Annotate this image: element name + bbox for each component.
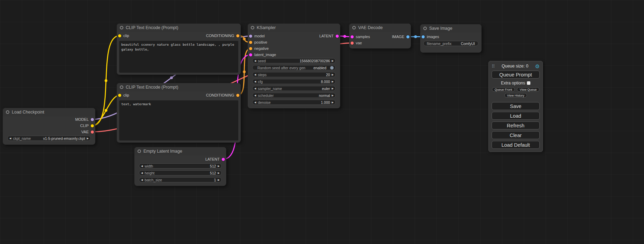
slot-row: model LATENT xyxy=(248,33,340,39)
increment-arrow-icon[interactable]: ▶ xyxy=(218,179,220,181)
load-default-button[interactable]: Load Default xyxy=(492,141,540,149)
slot-row: clip CONDITIONING xyxy=(117,91,241,99)
extra-options-checkbox[interactable] xyxy=(527,81,530,85)
widget-ckpt-name[interactable]: ◀ ckpt_name v1-5-pruned-emaonly.ckpt ▶ xyxy=(7,136,91,141)
latent-output-dot[interactable] xyxy=(336,35,339,38)
toggle-dot[interactable] xyxy=(330,66,334,70)
model-input-dot[interactable] xyxy=(249,35,252,38)
latent-output-dot[interactable] xyxy=(222,158,225,161)
decrement-arrow-icon[interactable]: ◀ xyxy=(254,80,256,83)
node-title: Save Image xyxy=(429,26,452,31)
widget-value: normal xyxy=(319,93,330,98)
view-queue-button[interactable]: View Queue xyxy=(517,87,539,92)
wire-clip-to-positive-midpoint-dot xyxy=(105,79,107,82)
next-arrow-icon[interactable]: ▶ xyxy=(87,137,89,139)
widget-value: 512 xyxy=(210,171,216,175)
prev-arrow-icon[interactable]: ◀ xyxy=(9,137,11,139)
node-title-bar[interactable]: VAE Decode xyxy=(349,24,411,32)
node-title-bar[interactable]: Empty Latent Image xyxy=(134,147,226,155)
clip-input-dot[interactable] xyxy=(118,94,121,97)
node-save-image[interactable]: Save Image images filename_prefix ComfyU… xyxy=(420,24,482,53)
node-title-bar[interactable]: Load Checkpoint xyxy=(3,108,95,116)
node-load-checkpoint[interactable]: Load Checkpoint MODEL CLIP VAE ◀ ckpt_na… xyxy=(3,108,95,145)
positive-prompt-textarea[interactable]: beautiful scenery nature glass bottle la… xyxy=(119,41,238,73)
widget-batch-size[interactable]: ◀ batch_size 1 ▶ xyxy=(139,177,222,182)
widget-value: 8.000 xyxy=(321,80,330,84)
clear-button[interactable]: Clear xyxy=(492,131,540,139)
refresh-button[interactable]: Refresh xyxy=(492,121,540,129)
widget-seed[interactable]: ◀ seed 156680208700286 ▶ xyxy=(252,58,336,63)
queue-prompt-button[interactable]: Queue Prompt xyxy=(492,71,540,79)
widget-name: scheduler xyxy=(258,93,274,98)
widget-value: v1-5-pruned-emaonly.ckpt xyxy=(43,136,85,141)
widget-scheduler[interactable]: ◀ scheduler normal ▶ xyxy=(252,93,336,98)
samples-input-dot[interactable] xyxy=(351,35,354,38)
model-output-dot[interactable] xyxy=(91,118,94,121)
slot-label-clip: CLIP xyxy=(80,124,89,128)
prev-arrow-icon[interactable]: ◀ xyxy=(254,87,256,90)
widget-sampler-name[interactable]: ◀ sampler_name euler ▶ xyxy=(252,86,336,91)
images-input-dot[interactable] xyxy=(422,35,425,38)
menu-header: ⠿ Queue size: 0 ⚙ xyxy=(492,63,540,70)
vae-output-dot[interactable] xyxy=(91,130,94,134)
widget-random-seed-toggle[interactable]: Random seed after every gen enabled xyxy=(252,65,336,70)
conditioning-output-dot[interactable] xyxy=(236,34,239,37)
conditioning-output-dot[interactable] xyxy=(236,94,239,97)
increment-arrow-icon[interactable]: ▶ xyxy=(332,80,334,83)
widget-height[interactable]: ◀ height 512 ▶ xyxy=(139,170,222,175)
decrement-arrow-icon[interactable]: ◀ xyxy=(254,73,256,76)
widget-denoise[interactable]: ◀ denoise 1.000 ▶ xyxy=(252,100,336,105)
decrement-arrow-icon[interactable]: ◀ xyxy=(141,172,143,174)
decrement-arrow-icon[interactable]: ◀ xyxy=(141,165,143,167)
slot-row: clip CONDITIONING xyxy=(117,32,241,39)
prev-arrow-icon[interactable]: ◀ xyxy=(254,94,256,97)
node-ksampler[interactable]: KSampler model LATENT positive negative xyxy=(248,24,340,108)
clip-output-dot[interactable] xyxy=(91,124,94,127)
extra-options-label: Extra options xyxy=(501,81,525,85)
comfy-menu[interactable]: ⠿ Queue size: 0 ⚙ Queue Prompt Extra opt… xyxy=(488,61,543,152)
graph-canvas[interactable]: { "colors": { "model": "#b39ddb", "clip"… xyxy=(0,0,644,244)
node-title: CLIP Text Encode (Prompt) xyxy=(126,85,178,90)
node-title: KSampler xyxy=(257,25,276,30)
vae-input-dot[interactable] xyxy=(351,42,354,45)
save-button[interactable]: Save xyxy=(492,102,540,110)
next-arrow-icon[interactable]: ▶ xyxy=(332,94,334,97)
widget-name: ckpt_name xyxy=(13,136,30,141)
clip-input-dot[interactable] xyxy=(118,34,121,37)
increment-arrow-icon[interactable]: ▶ xyxy=(332,60,334,62)
widget-width[interactable]: ◀ width 512 ▶ xyxy=(139,163,222,169)
node-clip-text-encode-positive[interactable]: CLIP Text Encode (Prompt) clip CONDITION… xyxy=(117,24,241,75)
node-title-bar[interactable]: KSampler xyxy=(248,24,340,32)
queue-front-button[interactable]: Queue Front xyxy=(492,87,515,92)
widget-steps[interactable]: ◀ steps 20 ▶ xyxy=(252,72,336,77)
widget-cfg[interactable]: ◀ cfg 8.000 ▶ xyxy=(252,79,336,84)
increment-arrow-icon[interactable]: ▶ xyxy=(332,101,334,103)
image-output-dot[interactable] xyxy=(406,35,409,38)
node-clip-text-encode-negative[interactable]: CLIP Text Encode (Prompt) clip CONDITION… xyxy=(117,83,241,143)
increment-arrow-icon[interactable]: ▶ xyxy=(332,73,334,76)
slot-label-positive: positive xyxy=(254,40,267,44)
negative-input-dot[interactable] xyxy=(249,47,252,50)
node-status-dot xyxy=(423,27,427,30)
load-button[interactable]: Load xyxy=(492,112,540,120)
node-title-bar[interactable]: CLIP Text Encode (Prompt) xyxy=(117,83,241,91)
view-history-button[interactable]: View History xyxy=(504,93,527,98)
increment-arrow-icon[interactable]: ▶ xyxy=(218,172,220,174)
decrement-arrow-icon[interactable]: ◀ xyxy=(254,101,256,103)
slot-label-conditioning: CONDITIONING xyxy=(206,93,234,97)
node-title-bar[interactable]: CLIP Text Encode (Prompt) xyxy=(117,24,241,32)
menu-drag-handle-icon[interactable]: ⠿ xyxy=(492,64,495,69)
negative-prompt-textarea[interactable]: text, watermark xyxy=(119,100,238,141)
node-empty-latent-image[interactable]: Empty Latent Image LATENT ◀ width 512 ▶ … xyxy=(134,147,226,186)
widget-filename-prefix[interactable]: filename_prefix ComfyUI xyxy=(423,41,478,46)
settings-gear-icon[interactable]: ⚙ xyxy=(535,64,540,69)
node-title-bar[interactable]: Save Image xyxy=(420,24,482,33)
latent-image-input-dot[interactable] xyxy=(249,53,252,56)
decrement-arrow-icon[interactable]: ◀ xyxy=(254,60,256,62)
positive-input-dot[interactable] xyxy=(249,41,252,44)
decrement-arrow-icon[interactable]: ◀ xyxy=(141,179,143,181)
increment-arrow-icon[interactable]: ▶ xyxy=(218,165,220,167)
node-title: Load Checkpoint xyxy=(12,110,44,115)
next-arrow-icon[interactable]: ▶ xyxy=(332,87,334,90)
node-vae-decode[interactable]: VAE Decode samples IMAGE vae xyxy=(349,24,411,48)
